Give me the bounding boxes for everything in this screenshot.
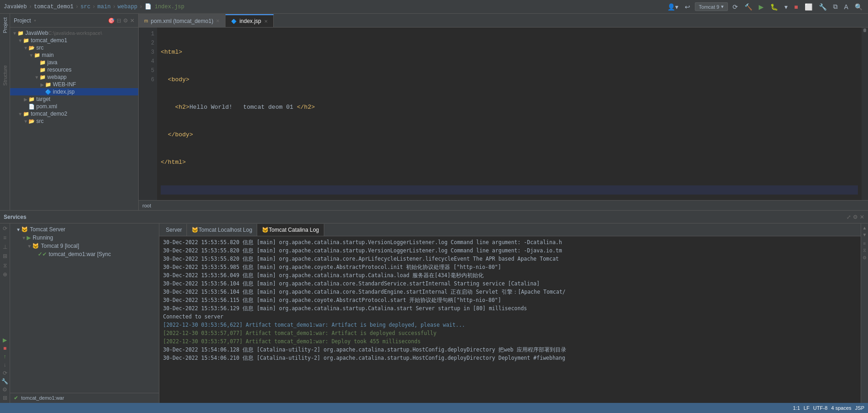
scroll-up-btn[interactable]: ▲ xyxy=(862,225,867,230)
refresh-btn[interactable]: ⟳ xyxy=(731,2,740,11)
build-btn[interactable]: 🔨 xyxy=(743,2,754,11)
log-content[interactable]: 30-Dec-2022 15:53:55.820 信息 [main] org.a… xyxy=(159,236,861,403)
undeploy-btn[interactable]: ↓ xyxy=(4,362,6,368)
search-btn[interactable]: 🔍 xyxy=(853,2,864,11)
tree-item-tomcat-demo1[interactable]: ▼ 📁 tomcat_demo1 xyxy=(10,37,138,44)
code-editor[interactable]: <html> <body> <h2>Hello World! tomcat de… xyxy=(157,28,862,200)
tab-index-jsp[interactable]: 🔷 index.jsp ✕ xyxy=(225,14,273,27)
bookmarks-tab[interactable] xyxy=(4,116,6,120)
services-expand-icon[interactable]: ⤢ xyxy=(846,214,851,220)
tree-item-javaweb[interactable]: ▼ 📁 JavaWeb C:\java\idea-workspace\ xyxy=(10,29,138,37)
status-lf: LF xyxy=(804,405,810,411)
log-line-8: 30-Dec-2022 15:53:56.115 信息 [main] org.a… xyxy=(163,296,857,304)
tree-item-src2[interactable]: ▼ 📂 src xyxy=(10,117,138,125)
log-tab-server[interactable]: Server xyxy=(161,224,187,236)
service-war[interactable]: ✓ ✔ tomcat_demo1:war [Sync xyxy=(10,250,159,258)
log-tab-catalina[interactable]: 🐱 Tomcat Catalina Log xyxy=(257,224,324,236)
collapse-all-btn[interactable]: ⊟ xyxy=(117,17,121,24)
services-sort-btn[interactable]: ≡ xyxy=(3,234,6,241)
log-tab-catalina-label: Tomcat Catalina Log xyxy=(269,227,319,233)
localhost-log-icon: 🐱 xyxy=(192,227,198,233)
reload-btn[interactable]: ⟳ xyxy=(3,370,7,376)
settings-btn[interactable]: 🔧 xyxy=(817,2,829,11)
run-btn-service[interactable]: ▶ xyxy=(3,337,7,343)
run-config-dropdown[interactable]: Tomcat 9 ▾ xyxy=(695,2,728,11)
services-settings-icon[interactable]: ⚙ xyxy=(853,214,858,220)
services-refresh-btn[interactable]: ⟳ xyxy=(3,225,7,232)
debug-btn[interactable]: 🐛 xyxy=(768,2,780,11)
profile-icon-btn[interactable]: 👤▾ xyxy=(665,2,680,11)
tree-item-tomcat-demo2[interactable]: ▼ 📁 tomcat_demo2 xyxy=(10,110,138,117)
settings-log-btn[interactable]: ⚙ xyxy=(862,255,867,260)
service-tomcat9[interactable]: ▼ 🐱 Tomcat 9 [local] xyxy=(10,242,159,250)
services-group-btn[interactable]: ⊞ xyxy=(3,253,7,259)
more-run-btn[interactable]: ▾ xyxy=(783,2,789,11)
bottom-content: ⟳ ≡ ⊥ ⊞ ⧖ ⊕ ▶ ■ ↑ ↓ ⟳ 🔧 ⚙ ⊞ xyxy=(0,223,868,403)
panel-settings-btn[interactable]: ⚙ xyxy=(123,17,128,24)
filter-log-btn[interactable]: ⧖ xyxy=(863,248,866,253)
log-right-icons: ▲ ▼ ≡ ⧖ ⚙ xyxy=(861,223,868,403)
log-tab-localhost[interactable]: 🐱 Tomcat Localhost Log xyxy=(187,224,257,236)
tree-item-main[interactable]: ▼ 📁 main xyxy=(10,51,138,59)
settings2-btn[interactable]: ⚙ xyxy=(2,386,7,393)
log-line-4: 30-Dec-2022 15:53:55.985 信息 [main] org.a… xyxy=(163,263,857,271)
tree-item-index-jsp[interactable]: 🔷 index.jsp xyxy=(10,88,138,95)
catalina-log-icon: 🐱 xyxy=(262,227,269,233)
log-tabs: Server 🐱 Tomcat Localhost Log 🐱 Tomcat C… xyxy=(159,223,861,236)
terminal-btn[interactable]: ⬜ xyxy=(803,2,814,11)
breadcrumb-index-jsp[interactable]: 📄 index.jsp xyxy=(145,3,185,10)
tab-index-jsp-close[interactable]: ✕ xyxy=(264,19,268,24)
structure-tab[interactable]: Structure xyxy=(1,63,9,88)
log-line-9: 30-Dec-2022 15:53:56.129 信息 [main] org.a… xyxy=(163,304,857,313)
deploy-btn[interactable]: ↑ xyxy=(4,353,6,360)
tab-pom-xml-close[interactable]: ✕ xyxy=(216,18,220,23)
tree-item-java[interactable]: 📁 java xyxy=(10,59,138,66)
stop-btn[interactable]: ■ xyxy=(792,2,800,11)
war-check-icon: ✓ xyxy=(38,251,42,257)
run-config-arrow: ▾ xyxy=(721,4,724,10)
running-label: Running xyxy=(33,234,53,241)
tree-item-pom-xml[interactable]: 📄 pom.xml xyxy=(10,103,138,110)
service-tomcat-server[interactable]: ▼ 🐱 Tomcat Server xyxy=(10,225,159,234)
editor-scrollbar[interactable] xyxy=(862,28,868,200)
tomcat9-icon: 🐱 xyxy=(32,243,39,249)
tree-item-webinf[interactable]: ▶ 📁 WEB-INF xyxy=(10,81,138,88)
tree-item-src[interactable]: ▼ 📂 src xyxy=(10,44,138,51)
service-running[interactable]: ▼ ▶ Running xyxy=(10,234,159,242)
log-panel: Server 🐱 Tomcat Localhost Log 🐱 Tomcat C… xyxy=(159,223,861,403)
tree-item-webapp[interactable]: ▼ 📁 webapp xyxy=(10,73,138,81)
tab-bar: m pom.xml (tomcat_demo1) ✕ 🔷 index.jsp ✕ xyxy=(139,14,868,28)
undo-btn[interactable]: ↩ xyxy=(683,2,692,11)
bottom-panel: Services ⤢ ⚙ ✕ ⟳ ≡ ⊥ ⊞ ⧖ ⊕ ▶ ■ ↑ ↓ ⟳ � xyxy=(0,210,868,403)
wrench-btn[interactable]: 🔧 xyxy=(1,378,8,385)
stop-btn-service[interactable]: ■ xyxy=(3,345,6,352)
top-toolbar: JavaWeb › tomcat_demo1 › src › main › we… xyxy=(0,0,868,14)
tree-item-target[interactable]: ▶ 📁 target xyxy=(10,95,138,103)
panel-close-btn[interactable]: ✕ xyxy=(130,17,135,24)
services-add-btn[interactable]: ⊕ xyxy=(3,271,7,278)
breadcrumb-src[interactable]: src xyxy=(80,4,90,10)
log-line-artifact-3: [2022-12-30 03:53:57,077] Artifact tomca… xyxy=(163,337,857,346)
grid-btn[interactable]: ⊞ xyxy=(3,395,7,401)
code-line-1: <html> xyxy=(161,48,858,57)
translate-btn[interactable]: A xyxy=(842,2,850,11)
editor-area: m pom.xml (tomcat_demo1) ✕ 🔷 index.jsp ✕… xyxy=(139,14,868,210)
project-tab[interactable]: Project xyxy=(1,16,9,35)
locate-btn[interactable]: 🎯 xyxy=(108,17,115,24)
editor-footer: root xyxy=(139,200,868,210)
services-filter-btn[interactable]: ⧖ xyxy=(3,262,7,268)
services-collapse-btn[interactable]: ⊥ xyxy=(3,244,7,250)
breadcrumb-main[interactable]: main xyxy=(97,4,111,10)
run-btn[interactable]: ▶ xyxy=(757,2,766,11)
layout-btn[interactable]: ⧉ xyxy=(831,2,840,11)
scroll-lock-btn[interactable]: ≡ xyxy=(863,241,866,246)
breadcrumb-javaweb[interactable]: JavaWeb xyxy=(4,4,27,10)
code-line-3: <h2>Hello World! tomcat deom 01 </h2> xyxy=(161,103,858,112)
tree-item-resources[interactable]: 📁 resources xyxy=(10,66,138,73)
tab-pom-xml[interactable]: m pom.xml (tomcat_demo1) ✕ xyxy=(139,14,225,27)
breadcrumb-tomcat-demo1[interactable]: tomcat_demo1 xyxy=(34,4,73,10)
scroll-down-btn[interactable]: ▼ xyxy=(862,232,867,237)
log-tab-server-label: Server xyxy=(166,227,182,233)
services-close-icon[interactable]: ✕ xyxy=(860,214,864,220)
breadcrumb-webapp[interactable]: webapp xyxy=(118,4,137,10)
